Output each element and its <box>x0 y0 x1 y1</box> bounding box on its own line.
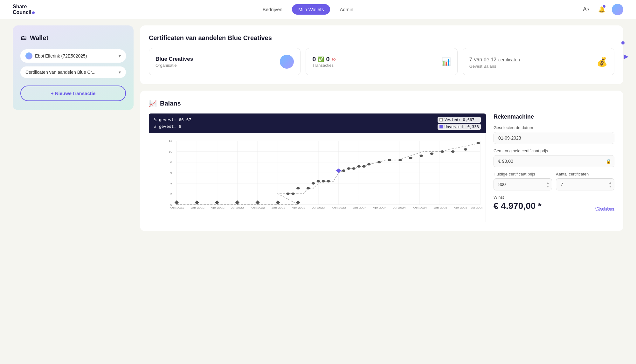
svg-point-47 <box>347 167 350 170</box>
chart-svg: .grid-line { stroke: #e8e8e8; stroke-wid… <box>162 136 482 209</box>
svg-marker-33 <box>235 200 239 204</box>
winst-value: € 4.970,00 * <box>494 201 542 211</box>
nav-admin[interactable]: Admin <box>340 7 353 12</box>
svg-marker-31 <box>195 200 199 204</box>
cert-count-input[interactable] <box>556 178 614 190</box>
svg-point-42 <box>317 180 320 182</box>
nav-mijn-wallets[interactable]: Mijn Wallets <box>292 4 330 15</box>
balans-icon: 📈 <box>149 100 157 107</box>
cert-dropdown-chevron: ▾ <box>119 70 121 75</box>
svg-text:Oct 2021: Oct 2021 <box>170 206 184 209</box>
user-dropdown[interactable]: Ebbi Elferink (72E502025) ▾ <box>20 49 126 63</box>
wallet-panel: 🗂 Wallet Ebbi Elferink (72E502025) ▾ Cer… <box>13 25 134 110</box>
date-label: Geselecteerde datum <box>494 125 614 130</box>
svg-point-37 <box>286 192 290 195</box>
current-price-input[interactable] <box>494 178 552 190</box>
balans-inner: % gevest: 66.67 # gevest: 8 Vested: 0,66… <box>149 113 614 222</box>
svg-text:Jul 2025: Jul 2025 <box>471 206 482 209</box>
balance-label: Gevest Balans <box>469 64 520 69</box>
main-content: 🗂 Wallet Ebbi Elferink (72E502025) ▾ Cer… <box>0 19 636 237</box>
svg-text:Oct 2023: Oct 2023 <box>332 206 346 209</box>
svg-text:Jul 2023: Jul 2023 <box>312 206 325 209</box>
svg-point-39 <box>296 187 300 189</box>
svg-text:Jul 2022: Jul 2022 <box>231 206 244 209</box>
svg-text:Jul 2024: Jul 2024 <box>393 206 406 209</box>
trans-label: Transacties <box>312 63 335 68</box>
logo-line2: Council <box>13 10 31 15</box>
svg-point-50 <box>362 165 366 168</box>
cert-section-title: Certificaten van aandelen Blue Creatives <box>149 34 614 42</box>
disclaimer[interactable]: *Disclaimer <box>595 207 614 211</box>
unvested-dot <box>439 125 443 128</box>
svg-text:Jan 2023: Jan 2023 <box>272 206 286 209</box>
orig-price-label: Gem. originele certificaat prijs <box>494 148 614 153</box>
nav-bedrijven[interactable]: Bedrijven <box>263 7 283 12</box>
cert-dropdown[interactable]: Certificaten van aandelen Blue Cr... ▾ <box>20 66 126 78</box>
translate-icon[interactable]: A▼ <box>581 4 591 15</box>
new-transaction-button[interactable]: + Nieuwe transactie <box>20 86 126 101</box>
count-spinner-arrows[interactable]: ▲▼ <box>609 181 612 188</box>
orig-price-field: 🔒 <box>494 155 614 167</box>
svg-text:Apr 2023: Apr 2023 <box>292 206 306 209</box>
doc-icon: 📊 <box>441 57 451 66</box>
notification-badge <box>603 5 605 8</box>
orig-price-input[interactable] <box>494 155 614 167</box>
lock-icon: 🔒 <box>606 159 611 164</box>
org-orb <box>280 55 294 69</box>
price-spinner-arrows[interactable]: ▲▼ <box>546 181 550 188</box>
svg-point-57 <box>430 152 434 155</box>
org-card: Blue Creatives Organisatie <box>149 48 301 75</box>
svg-marker-34 <box>255 200 259 204</box>
svg-point-51 <box>367 163 371 166</box>
svg-text:Jan 2025: Jan 2025 <box>433 206 447 209</box>
svg-marker-32 <box>215 200 219 204</box>
date-input[interactable] <box>494 132 614 144</box>
header: Share Council Bedrijven Mijn Wallets Adm… <box>0 0 636 19</box>
status-green-icon: ✅ <box>318 56 324 62</box>
stat-line2: # gevest: 8 <box>154 123 191 130</box>
svg-point-40 <box>307 187 310 189</box>
svg-text:2: 2 <box>170 193 172 195</box>
svg-point-54 <box>398 159 402 161</box>
status-red-icon: ⊘ <box>332 56 336 62</box>
svg-point-52 <box>377 161 381 163</box>
svg-marker-30 <box>175 200 179 204</box>
cert-cards: Blue Creatives Organisatie 0 ✅ 0 ⊘ <box>149 48 614 75</box>
logo[interactable]: Share Council <box>13 4 35 15</box>
svg-point-53 <box>388 159 391 161</box>
cert-count-label: Aantal certificaten <box>556 172 614 176</box>
wallet-heading: Wallet <box>30 34 48 42</box>
price-count-row: Huidige certificaat prijs ▲▼ Aantal cert… <box>494 172 614 190</box>
vested-dot <box>439 118 443 121</box>
org-name: Blue Creatives <box>156 56 193 62</box>
svg-point-48 <box>352 167 356 170</box>
stat-line1: % gevest: 66.67 <box>154 117 191 123</box>
legend-unvested: Unvested: 0,333 <box>438 124 481 130</box>
user-avatar-small <box>25 52 32 59</box>
avatar[interactable] <box>612 4 623 15</box>
legend-vested: Vested: 0,667 <box>438 117 481 123</box>
svg-text:Apr 2025: Apr 2025 <box>454 206 467 209</box>
notification-icon[interactable]: 🔔 <box>597 4 607 15</box>
svg-text:Apr 2024: Apr 2024 <box>373 206 386 209</box>
balance-card: 7 van de 12 certificaten Gevest Balans 💰 <box>463 48 614 75</box>
certificates-section: Certificaten van aandelen Blue Creatives… <box>140 25 623 84</box>
svg-point-55 <box>409 157 412 159</box>
svg-point-59 <box>451 150 455 153</box>
balans-section: 📈 Balans % gevest: 66.67 # gevest: 8 <box>140 91 623 231</box>
svg-text:10: 10 <box>169 150 172 153</box>
svg-point-41 <box>312 182 315 185</box>
balans-heading: Balans <box>160 100 181 107</box>
chart-area: % gevest: 66.67 # gevest: 8 Vested: 0,66… <box>149 113 486 222</box>
chart-container: .grid-line { stroke: #e8e8e8; stroke-wid… <box>149 133 486 222</box>
rekenmachine: Rekenmachine Geselecteerde datum Gem. or… <box>494 113 614 222</box>
balans-title: 📈 Balans <box>149 100 614 107</box>
svg-text:Jan 2022: Jan 2022 <box>190 206 204 209</box>
selected-cert-label: Certificaten van aandelen Blue Cr... <box>25 70 95 75</box>
svg-point-38 <box>291 192 295 195</box>
svg-point-44 <box>327 180 330 182</box>
header-right: A▼ 🔔 <box>581 4 623 15</box>
svg-point-56 <box>419 155 423 157</box>
current-price-col: Huidige certificaat prijs ▲▼ <box>494 172 552 190</box>
wallet-icon: 🗂 <box>20 34 27 42</box>
